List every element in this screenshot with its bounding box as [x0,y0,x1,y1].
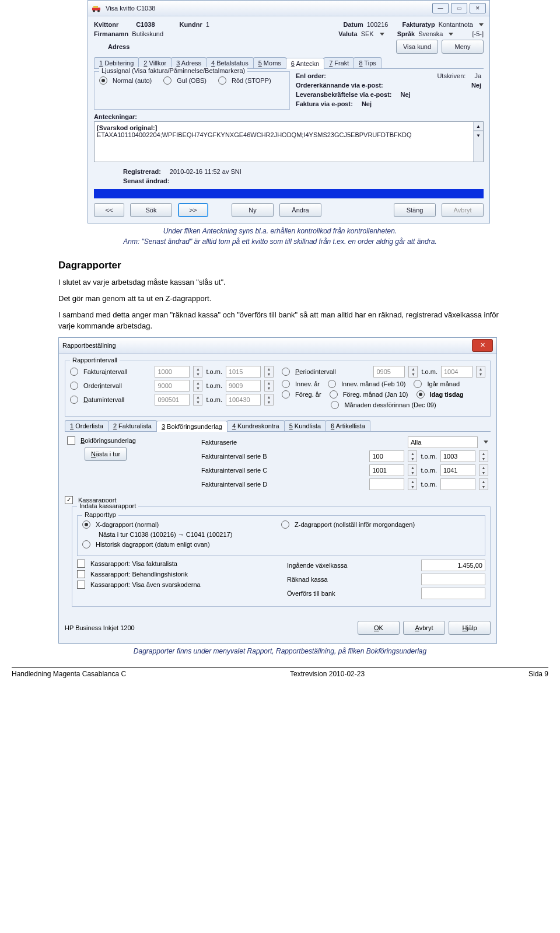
fi-from[interactable]: 1000 [155,366,190,378]
app-icon [92,4,102,12]
kassarapport-checkbox[interactable] [65,496,73,504]
ljus-label-0: Normal (auto) [113,77,152,84]
innev-ar-radio[interactable] [282,380,290,388]
historisk-radio[interactable] [82,540,90,548]
manad-dessforinnan-radio[interactable] [331,401,339,409]
sok-button[interactable]: Sök [130,203,172,217]
avbryt-button[interactable]: Avbryt [442,203,484,217]
close-button[interactable]: ✕ [470,3,486,13]
di-from[interactable]: 090501 [155,394,190,406]
sprak-dropdown-icon[interactable] [449,33,453,36]
ny-button[interactable]: Ny [232,203,274,217]
idag-radio[interactable] [416,390,425,399]
scroll-up-icon[interactable]: ▲ [474,122,483,131]
ljus-radio-0[interactable] [99,76,107,85]
spinner[interactable]: ▲▼ [408,464,417,476]
ljus-radio-2[interactable] [218,76,226,85]
fi-to[interactable]: 1015 [226,366,261,378]
serie-c-to[interactable]: 1041 [440,464,475,476]
andra-button[interactable]: Ändra [279,203,321,217]
foreg-manad-radio[interactable] [330,390,338,399]
spinner[interactable]: ▲▼ [408,366,418,378]
historisk-label: Historisk dagrapport (datum enligt ovan) [96,541,210,548]
oi-from[interactable]: 9000 [155,380,190,392]
scrollbar[interactable]: ▲▼ [473,122,483,162]
report-tab-2[interactable]: 3 Bokföringsunderlag [156,421,228,432]
periodintervall-radio[interactable] [282,368,290,376]
serie-d-from[interactable] [369,478,404,490]
serie-b-to[interactable]: 1003 [440,450,475,462]
ok-button[interactable]: OK [358,621,400,635]
report-tab-5[interactable]: 6 Artikellista [326,420,370,431]
overfors-bank-label: Överförs till bank [287,590,335,597]
foreg-manad-label: Föreg. månad (Jan 10) [343,391,408,398]
spinner[interactable]: ▲▼ [264,366,274,378]
visa-fakturalista-checkbox[interactable] [77,560,85,568]
spinner[interactable]: ▲▼ [264,394,274,406]
close-button[interactable]: ✕ [472,339,493,352]
anteckningar-textarea[interactable]: [Svarskod original:] ETAXA101104002204;W… [94,121,484,162]
valuta-dropdown-icon[interactable] [380,33,384,36]
spinner[interactable]: ▲▼ [193,366,202,378]
footer-right: Sida 9 [528,670,548,678]
x-dagrapport-radio[interactable] [82,520,90,529]
spinner[interactable]: ▲▼ [479,478,488,490]
meny-button[interactable]: Meny [442,40,484,54]
raknad-kassa-value[interactable] [421,574,485,585]
igar-manad-radio[interactable] [414,380,422,388]
nasta-i-tur-button[interactable]: Nästa i tur [85,447,127,461]
spinner[interactable]: ▲▼ [193,380,202,392]
serie-c-from[interactable]: 1001 [369,464,404,476]
ingaende-vaxelkassa-value[interactable]: 1.455,00 [421,560,485,571]
spinner[interactable]: ▲▼ [479,450,488,462]
hjalp-button[interactable]: Hjälp [449,621,491,635]
report-tab-0[interactable]: 1 Orderlista [65,420,108,431]
minimize-button[interactable]: — [432,3,449,13]
foreg-ar-radio[interactable] [282,390,290,399]
report-tab-1[interactable]: 2 Fakturalista [108,420,157,431]
avbryt-button[interactable]: Avbryt [403,621,445,635]
pi-to[interactable]: 1004 [441,366,473,378]
overfors-bank-value[interactable] [421,588,485,599]
spinner[interactable]: ▲▼ [193,394,202,406]
tab-tips[interactable]: 8 Tips [354,57,381,68]
report-titlebar[interactable]: Rapportbeställning ✕ [59,338,496,354]
serie-d-to[interactable] [440,478,475,490]
next-button[interactable]: >> [178,203,208,217]
oi-to[interactable]: 9009 [226,380,261,392]
visa-kund-button[interactable]: Visa kund [396,40,438,54]
first-button[interactable]: << [94,203,124,217]
stang-button[interactable]: Stäng [394,203,436,217]
report-window: Rapportbeställning ✕ Rapportintervall Fa… [58,337,497,644]
spinner[interactable]: ▲▼ [479,464,488,476]
fakturaintervall-radio[interactable] [70,368,78,376]
pi-from[interactable]: 0905 [373,366,405,378]
serie-b-from[interactable]: 100 [369,450,404,462]
di-to[interactable]: 100430 [226,394,261,406]
scroll-down-icon[interactable]: ▼ [474,131,483,139]
tab-anteckn[interactable]: 6 Anteckn [286,58,324,69]
spinner[interactable]: ▲▼ [408,450,417,462]
tab-frakt[interactable]: 7 Frakt [324,57,354,68]
fakturaserie-value[interactable]: Alla [408,436,478,448]
innev-manad-radio[interactable] [328,380,336,388]
ljus-radio-1[interactable] [163,76,172,85]
titlebar[interactable]: Visa kvitto C1038 — ▭ ✕ [88,1,489,16]
report-tab-3[interactable]: 4 Kundreskontra [227,420,285,431]
visa-svarskoder-checkbox[interactable] [77,581,85,589]
fakturatyp-dropdown-icon[interactable] [479,23,484,26]
orderintervall-radio[interactable] [70,382,78,390]
datumintervall-radio[interactable] [70,396,78,404]
spinner[interactable]: ▲▼ [476,366,485,378]
fakturaserie-dropdown-icon[interactable] [484,441,488,443]
bokforingsunderlag-checkbox[interactable] [67,436,75,445]
behandlingshistorik-checkbox[interactable] [77,570,85,578]
z-dagrapport-radio[interactable] [281,520,289,529]
report-tab-4[interactable]: 5 Kundlista [284,420,326,431]
spinner[interactable]: ▲▼ [408,478,417,490]
maximize-button[interactable]: ▭ [451,3,467,13]
kundnr-value: 1 [206,21,209,28]
kundnr-label: Kundnr [180,21,202,28]
tab-moms[interactable]: 5 Moms [253,57,286,68]
spinner[interactable]: ▲▼ [264,380,274,392]
